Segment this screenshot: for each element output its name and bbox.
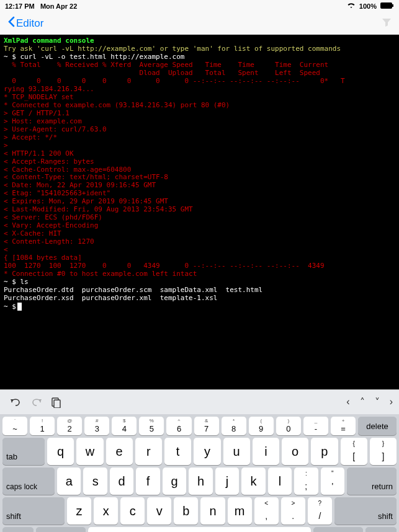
terminal-cursor (17, 303, 22, 311)
back-label: Editor (16, 17, 43, 30)
key-u[interactable]: u (223, 438, 250, 465)
svg-rect-1 (392, 4, 393, 7)
key-7[interactable]: &7 (194, 417, 219, 435)
key-6[interactable]: ^6 (166, 417, 191, 435)
key-g[interactable]: g (163, 468, 186, 495)
nav-left-icon[interactable]: ‹ (346, 396, 349, 408)
svg-rect-0 (380, 2, 392, 9)
paste-button[interactable] (46, 392, 66, 412)
key-v[interactable]: v (147, 497, 171, 525)
key-l[interactable]: l (268, 468, 292, 495)
key-w[interactable]: w (76, 438, 103, 465)
key-punct[interactable]: <, (254, 497, 279, 525)
console-title: XmlPad command console (4, 37, 94, 45)
key-r[interactable]: r (135, 438, 162, 465)
key-4[interactable]: $4 (112, 417, 137, 435)
key-8[interactable]: *8 (222, 417, 246, 435)
key-d[interactable]: d (110, 468, 133, 495)
nav-down-icon[interactable]: ˅ (375, 396, 380, 408)
key-punct[interactable]: ?/ (308, 497, 332, 525)
key-5[interactable]: %5 (139, 417, 164, 435)
ls-output: PurchaseOrder.dtd purchaseOrder.scm samp… (4, 286, 262, 294)
dismiss-keyboard-key[interactable] (365, 527, 397, 532)
nav-bar: Editor (0, 12, 399, 35)
key-~[interactable]: `~ (2, 417, 27, 435)
key-9[interactable]: (9 (249, 417, 274, 435)
nav-up-icon[interactable]: ˄ (360, 396, 365, 408)
svg-rect-3 (54, 400, 60, 408)
terminal-output[interactable]: XmlPad command console Try ask 'curl -vL… (0, 35, 399, 389)
key-p[interactable]: p (311, 438, 338, 465)
key-i[interactable]: i (253, 438, 279, 465)
key-e[interactable]: e (106, 438, 133, 465)
key-punct[interactable]: >. (281, 497, 305, 525)
chevron-left-icon (7, 16, 15, 30)
key-punct[interactable]: "' (321, 468, 344, 495)
key-x[interactable]: x (94, 497, 118, 525)
key-s[interactable]: s (83, 468, 107, 495)
return-key[interactable]: return (347, 468, 397, 495)
key-y[interactable]: y (194, 438, 220, 465)
key--[interactable]: _- (303, 417, 328, 435)
cmd-ls: ls (20, 278, 29, 286)
console-hint: Try ask 'curl -vL http://example.com' or… (4, 45, 341, 53)
key-o[interactable]: o (282, 438, 308, 465)
shift-key-right[interactable]: shift (334, 497, 397, 525)
key-m[interactable]: m (228, 497, 252, 525)
keyboard-toolbar: ‹ ˄ ˅ › (0, 389, 399, 414)
key-t[interactable]: t (164, 438, 191, 465)
key-punct[interactable]: :; (294, 468, 318, 495)
undo-button[interactable] (6, 392, 26, 412)
nav-right-icon[interactable]: › (390, 396, 393, 408)
filter-icon[interactable] (382, 17, 392, 30)
key-k[interactable]: k (241, 468, 265, 495)
key-b[interactable]: b (174, 497, 198, 525)
redo-button[interactable] (26, 392, 46, 412)
key-1[interactable]: !1 (30, 417, 55, 435)
battery-percent: 100% (359, 2, 377, 10)
status-date: Mon Apr 22 (40, 2, 78, 10)
shift-key-left[interactable]: shift (2, 497, 65, 525)
space-key[interactable] (88, 527, 311, 532)
key-2[interactable]: @2 (57, 417, 82, 435)
key-n[interactable]: n (200, 497, 225, 525)
capslock-key[interactable]: caps lock (2, 468, 55, 495)
key-a[interactable]: a (57, 468, 81, 495)
delete-key[interactable]: delete (358, 417, 397, 435)
soft-keyboard: `~!1@2#3$4%5^6&7*8(9)0_-+=delete tabqwer… (0, 414, 399, 532)
key-bracket[interactable]: }] (370, 438, 397, 465)
status-bar: 12:17 PM Mon Apr 22 100% (0, 0, 399, 12)
key-=[interactable]: += (331, 417, 356, 435)
key-c[interactable]: c (120, 497, 145, 525)
battery-icon (380, 2, 394, 10)
wifi-icon (347, 2, 356, 10)
status-time: 12:17 PM (5, 2, 35, 10)
emoji-key[interactable]: ☺ (2, 527, 34, 532)
key-j[interactable]: j (215, 468, 239, 495)
key-3[interactable]: #3 (84, 417, 109, 435)
tab-key[interactable]: tab (2, 438, 45, 465)
key-z[interactable]: z (67, 497, 91, 525)
back-button[interactable]: Editor (7, 16, 43, 30)
alt-key-right[interactable]: .?123 (313, 527, 363, 532)
key-f[interactable]: f (136, 468, 159, 495)
key-q[interactable]: q (47, 438, 74, 465)
key-0[interactable]: )0 (276, 417, 301, 435)
key-h[interactable]: h (189, 468, 212, 495)
alt-key-left[interactable]: .?123 (36, 527, 86, 532)
key-bracket[interactable]: {[ (341, 438, 367, 465)
cmd-curl: curl -vL -o test.html http://example.com (20, 53, 185, 61)
